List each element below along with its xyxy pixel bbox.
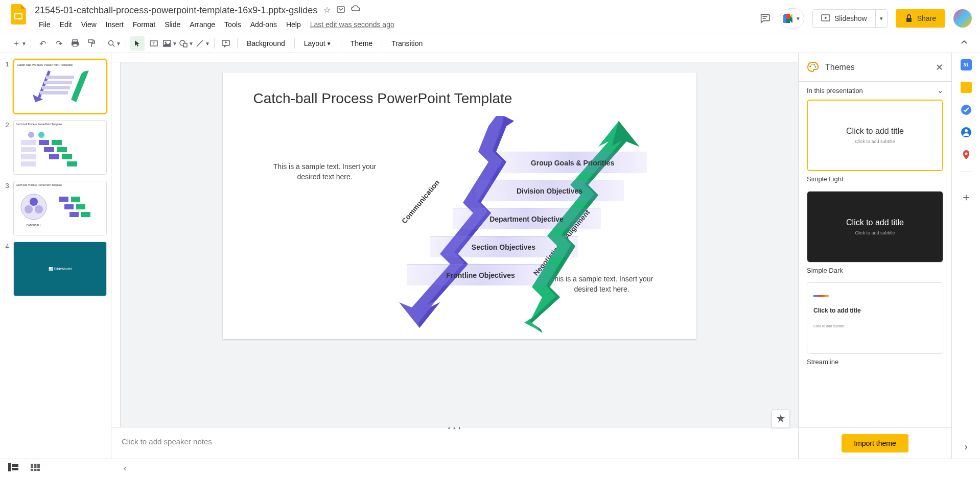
themes-section-toggle[interactable]: In this presentation ⌄ — [799, 82, 951, 100]
menu-addons[interactable]: Add-ons — [246, 18, 281, 31]
select-tool[interactable] — [130, 36, 145, 51]
tasks-icon[interactable] — [961, 104, 972, 115]
zoom-button[interactable]: ▼ — [107, 36, 122, 51]
present-icon — [821, 14, 830, 23]
move-icon[interactable] — [337, 5, 345, 15]
canvas-area: Catch-ball Process PowerPoint Template T… — [111, 53, 798, 459]
menu-format[interactable]: Format — [129, 18, 159, 31]
filmstrip-collapse-button[interactable]: ‹ — [124, 464, 126, 473]
svg-rect-36 — [62, 154, 72, 159]
rung-2: Division Objectives — [476, 180, 624, 201]
svg-point-42 — [35, 205, 43, 213]
svg-rect-25 — [40, 91, 68, 94]
svg-point-56 — [965, 129, 968, 132]
svg-rect-2 — [337, 7, 344, 12]
theme-button[interactable]: Theme — [345, 36, 378, 51]
textbox-tool[interactable]: T — [147, 36, 161, 51]
themes-list: Click to add title Click to add subtitle… — [799, 100, 951, 427]
menu-insert[interactable]: Insert — [102, 18, 128, 31]
explore-button[interactable] — [772, 410, 790, 428]
menu-file[interactable]: File — [35, 18, 55, 31]
line-tool[interactable]: ▼ — [196, 36, 210, 51]
theme-card-title: Click to add title — [846, 218, 904, 227]
rung-4: Section Objectives — [430, 236, 578, 257]
slides-icon — [11, 4, 26, 25]
menu-help[interactable]: Help — [282, 18, 305, 31]
slideshow-button[interactable]: Slideshow — [813, 10, 875, 27]
filmstrip-view-button[interactable] — [8, 463, 18, 473]
svg-rect-68 — [34, 469, 37, 471]
menu-tools[interactable]: Tools — [220, 18, 245, 31]
theme-simple-light[interactable]: Click to add title Click to add subtitle — [807, 100, 943, 171]
paint-format-button[interactable] — [84, 36, 99, 51]
image-tool[interactable]: ▼ — [163, 36, 177, 51]
background-button[interactable]: Background — [242, 36, 290, 51]
calendar-icon[interactable]: 31 — [961, 59, 972, 70]
close-icon[interactable]: ✕ — [936, 62, 943, 73]
slide-canvas[interactable]: Catch-ball Process PowerPoint Template T… — [223, 73, 696, 339]
hide-menus-button[interactable] — [961, 39, 968, 48]
menu-edit[interactable]: Edit — [56, 18, 76, 31]
theme-simple-dark[interactable]: Click to add title Click to add subtitle — [807, 191, 943, 263]
toolbar: ＋▼ ↶ ↷ ▼ T ▼ ▼ ▼ Background Layout▼ Them… — [0, 34, 980, 53]
svg-point-51 — [811, 64, 813, 65]
svg-rect-28 — [21, 140, 36, 145]
star-icon[interactable]: ☆ — [323, 5, 331, 15]
import-theme-button[interactable]: Import theme — [842, 434, 908, 452]
rung-5: Frontline Objectives — [407, 264, 555, 285]
undo-button[interactable]: ↶ — [35, 36, 50, 51]
slide-thumb-2[interactable]: Catch-ball Process PowerPoint Template — [13, 120, 107, 175]
svg-line-18 — [197, 40, 203, 46]
redo-button[interactable]: ↷ — [52, 36, 66, 51]
svg-point-52 — [813, 64, 815, 65]
svg-rect-64 — [31, 466, 33, 468]
menu-view[interactable]: View — [77, 18, 101, 31]
side-collapse-button[interactable]: › — [964, 441, 968, 452]
title-area: 21545-01-catchball-process-powerpoint-te… — [35, 4, 758, 31]
speaker-notes[interactable]: Click to add speaker notes — [111, 431, 798, 459]
svg-rect-44 — [71, 197, 80, 202]
slide-thumb-1[interactable]: Catch-ball Process PowerPoint Template — [13, 59, 107, 114]
notes-splitter[interactable] — [111, 427, 798, 431]
grid-view-button[interactable] — [31, 464, 40, 473]
print-button[interactable] — [68, 36, 82, 51]
svg-point-53 — [815, 66, 816, 67]
user-avatar[interactable] — [953, 9, 972, 28]
transition-button[interactable]: Transition — [386, 36, 428, 51]
theme-name: Simple Light — [807, 175, 943, 183]
themes-panel: Themes ✕ In this presentation ⌄ Click to… — [798, 53, 951, 459]
slides-logo[interactable] — [8, 4, 29, 25]
share-button[interactable]: Share — [896, 9, 945, 28]
menu-arrange[interactable]: Arrange — [185, 18, 219, 31]
shape-tool[interactable]: ▼ — [179, 36, 194, 51]
svg-rect-67 — [31, 469, 33, 471]
svg-rect-46 — [76, 204, 85, 209]
svg-rect-69 — [37, 469, 40, 471]
theme-card-sub: Click to add subtitle — [855, 230, 895, 235]
last-edit-link[interactable]: Last edit was seconds ago — [310, 20, 394, 29]
ruler-vertical — [111, 62, 121, 427]
comment-tool[interactable] — [219, 36, 233, 51]
app-header: 21545-01-catchball-process-powerpoint-te… — [0, 0, 980, 34]
svg-rect-59 — [12, 464, 18, 467]
new-slide-button[interactable]: ＋▼ — [12, 36, 27, 51]
thumb-number: 4 — [4, 242, 9, 296]
layout-label: Layout — [304, 39, 325, 47]
slideshow-dropdown[interactable]: ▼ — [875, 10, 887, 27]
maps-icon[interactable] — [961, 149, 972, 160]
layout-button[interactable]: Layout▼ — [299, 36, 337, 51]
theme-streamline[interactable]: Click to add title Click to add subtitle — [807, 282, 943, 354]
keep-icon[interactable] — [961, 82, 972, 93]
add-addon-button[interactable]: ＋ — [961, 189, 972, 205]
comments-icon[interactable] — [758, 12, 772, 25]
slide-thumb-4[interactable]: 📊 SlideModel — [13, 242, 107, 296]
meet-button[interactable]: ▼ — [780, 8, 804, 29]
doc-title[interactable]: 21545-01-catchball-process-powerpoint-te… — [35, 5, 317, 16]
menu-slide[interactable]: Slide — [160, 18, 184, 31]
side-panel: 31 ＋ › — [951, 53, 980, 459]
slide-thumb-3[interactable]: Catch-ball Process PowerPoint Template C… — [13, 181, 107, 235]
contacts-icon[interactable] — [961, 127, 972, 138]
cloud-icon[interactable] — [351, 5, 360, 15]
themes-section-label: In this presentation — [807, 87, 863, 94]
svg-text:T: T — [153, 41, 155, 46]
